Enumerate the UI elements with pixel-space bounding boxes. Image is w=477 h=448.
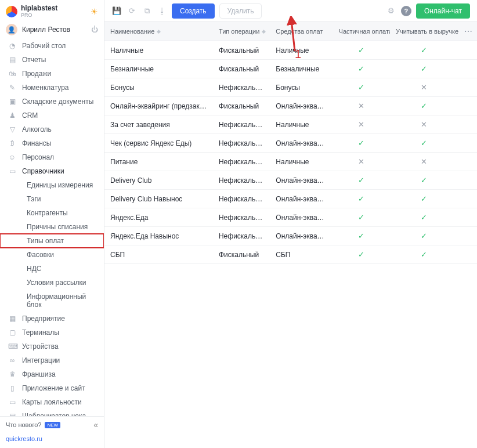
col-means[interactable]: Средства оплат <box>270 23 333 39</box>
sort-icon: ◆ <box>262 28 266 34</box>
cell-partial: ✓ <box>333 190 390 208</box>
refresh-icon[interactable]: ⟳ <box>127 6 137 15</box>
sub-payment-types[interactable]: Типы оплат <box>0 234 104 248</box>
settings-sliders-icon[interactable]: ⚙ <box>386 6 396 15</box>
collapse-icon[interactable]: « <box>93 420 98 429</box>
cell-name: Питание <box>104 153 213 171</box>
chat-button[interactable]: Онлайн-чат <box>416 3 470 19</box>
check-icon: ✓ <box>421 102 427 110</box>
help-icon[interactable]: ? <box>401 6 411 16</box>
cell-empty <box>458 46 477 55</box>
table-row[interactable]: Яндекс.ЕдаНефискальныйОнлайн-эквайринг…✓… <box>104 208 477 227</box>
table-row[interactable]: За счет заведенияНефискальныйНаличные✕✕ <box>104 115 477 134</box>
cell-empty <box>458 157 477 167</box>
sub-mailing[interactable]: Условия рассылки <box>0 276 104 290</box>
sidebar-footer[interactable]: Что нового? NEW « <box>0 416 104 433</box>
table-row[interactable]: БезналичныеФискальныйБезналичные✓✓ <box>104 60 477 78</box>
plan-label: PRO <box>21 12 87 18</box>
cell-revenue: ✓ <box>390 208 458 226</box>
col-op[interactable]: Тип операции◆ <box>213 23 270 39</box>
nav-sales[interactable]: 🛍Продажи <box>0 67 104 81</box>
col-name[interactable]: Наименование◆ <box>104 23 213 39</box>
nav-integrations[interactable]: ∞Интеграции <box>0 353 104 367</box>
cell-partial: ✓ <box>333 60 390 78</box>
table-row[interactable]: Delivery ClubНефискальныйОнлайн-эквайрин… <box>104 171 477 190</box>
nav-staff[interactable]: ☺Персонал <box>0 150 104 164</box>
col-means-label: Средства оплат <box>276 28 323 35</box>
device-icon: ⌨ <box>8 342 16 351</box>
avatar: 👤 <box>6 24 17 35</box>
sub-contragents[interactable]: Контрагенты <box>0 206 104 220</box>
nav-label: Рабочий стол <box>22 42 66 50</box>
col-revenue-label: Учитывать в выручке <box>396 28 458 35</box>
nav-crm[interactable]: ♟CRM <box>0 109 104 122</box>
app-logo-icon <box>6 6 17 17</box>
cell-means: Онлайн-эквайринг… <box>270 227 333 245</box>
report-icon: ▤ <box>8 56 16 64</box>
cell-op: Нефискальный <box>213 227 270 245</box>
table-row[interactable]: ПитаниеНефискальныйНаличные✕✕ <box>104 153 477 171</box>
col-partial[interactable]: Частичная оплата◆ <box>333 23 390 39</box>
cell-op: Нефискальный <box>213 153 270 171</box>
building-icon: ▦ <box>8 315 16 323</box>
nav-loyalty[interactable]: ▭Карты лояльности <box>0 395 104 409</box>
sub-packaging[interactable]: Фасовки <box>0 248 104 262</box>
sun-icon[interactable]: ☀ <box>91 7 98 16</box>
table-row[interactable]: СБПФискальныйСБП✓✓ <box>104 245 477 264</box>
money-icon: ₿ <box>8 139 16 147</box>
nav-directories[interactable]: ▭Справочники <box>0 164 104 178</box>
table-body: НаличныеФискальныйНаличные✓✓БезналичныеФ… <box>104 41 477 448</box>
terminal-icon: ▢ <box>8 328 16 337</box>
table-row[interactable]: Delivery Club НавыносНефискальныйОнлайн-… <box>104 190 477 208</box>
sub-vat[interactable]: НДС <box>0 262 104 276</box>
nav-terminals[interactable]: ▢Терминалы <box>0 326 104 339</box>
cell-revenue: ✓ <box>390 227 458 245</box>
nav-receipt-template[interactable]: ▤Шаблонизатор чека <box>0 409 104 416</box>
copy-icon[interactable]: ⧉ <box>142 6 152 16</box>
create-button[interactable]: Создать <box>172 3 215 19</box>
sub-tags[interactable]: Тэги <box>0 192 104 206</box>
nav-reports[interactable]: ▤Отчеты <box>0 53 104 67</box>
table-row[interactable]: Чек (сервис Яндекс Еды)НефискальныйОнлай… <box>104 134 477 153</box>
nav-warehouse[interactable]: ▣Складские документы <box>0 95 104 109</box>
nav-enterprise[interactable]: ▦Предприятие <box>0 312 104 326</box>
delete-button[interactable]: Удалить <box>219 3 262 19</box>
sub-infoblock[interactable]: Информационный блок <box>0 290 104 312</box>
footer-link[interactable]: quickresto.ru <box>0 433 104 448</box>
sub-writeoff[interactable]: Причины списания <box>0 220 104 234</box>
check-icon: ✓ <box>358 213 364 222</box>
check-icon: ✓ <box>421 176 427 185</box>
nav-devices[interactable]: ⌨Устройства <box>0 339 104 353</box>
cell-revenue: ✓ <box>390 41 458 59</box>
check-icon: ✓ <box>421 46 427 55</box>
user-row[interactable]: 👤 Кирилл Рестов ⏻ <box>0 20 104 39</box>
power-icon[interactable]: ⏻ <box>91 26 98 34</box>
col-more[interactable]: ⋯ <box>458 22 477 41</box>
sort-icon: ◆ <box>157 28 161 34</box>
col-revenue[interactable]: Учитывать в выручке◆ <box>390 23 458 39</box>
nav-alcohol[interactable]: ▽Алкоголь <box>0 122 104 136</box>
col-partial-label: Частичная оплата <box>339 28 390 35</box>
table-row[interactable]: НаличныеФискальныйНаличные✓✓ <box>104 41 477 60</box>
cell-op: Фискальный <box>213 42 270 59</box>
nav-nomenclature[interactable]: ✎Номенклатура <box>0 81 104 95</box>
nav-franchise[interactable]: ♛Франшиза <box>0 367 104 381</box>
check-icon: ✓ <box>358 83 364 92</box>
cell-op: Нефискальный <box>213 79 270 96</box>
main: 💾 ⟳ ⧉ ⭳ Создать Удалить ⚙ ? Онлайн-чат Н… <box>104 0 477 448</box>
cell-partial: ✓ <box>333 78 390 96</box>
nav-app-site[interactable]: ▯Приложение и сайт <box>0 381 104 395</box>
download-icon[interactable]: ⭳ <box>157 6 167 15</box>
nav-dashboard[interactable]: ◔Рабочий стол <box>0 39 104 53</box>
nav-label: Отчеты <box>22 56 46 64</box>
cell-revenue: ✓ <box>390 190 458 208</box>
link-icon: ∞ <box>8 356 16 364</box>
nav: ◔Рабочий стол ▤Отчеты 🛍Продажи ✎Номенкла… <box>0 39 104 416</box>
table-row[interactable]: Яндекс.Еда НавыносНефискальныйОнлайн-экв… <box>104 227 477 245</box>
nav-finance[interactable]: ₿Финансы <box>0 136 104 150</box>
sub-units[interactable]: Единицы измерения <box>0 178 104 192</box>
table-row[interactable]: Онлайн-эквайринг (предзаказы)ФискальныйО… <box>104 97 477 115</box>
table-row[interactable]: БонусыНефискальныйБонусы✓✕ <box>104 78 477 97</box>
save-icon[interactable]: 💾 <box>111 6 122 15</box>
col-op-label: Тип операции <box>219 28 259 35</box>
